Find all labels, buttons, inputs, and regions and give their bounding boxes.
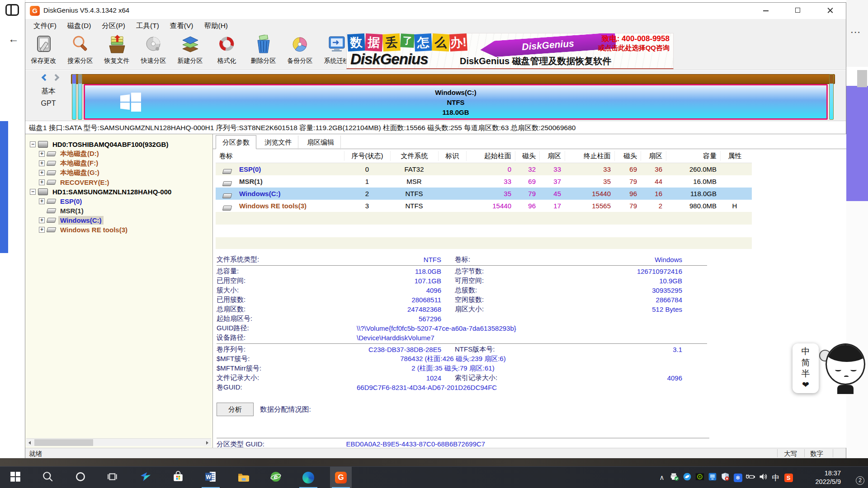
expander-plus-icon[interactable]: + xyxy=(39,217,45,223)
menu-item[interactable]: 帮助(H) xyxy=(198,19,233,32)
task-view-button[interactable] xyxy=(102,467,124,488)
expander-plus-icon[interactable]: + xyxy=(39,170,45,176)
recovery-partition-bar[interactable] xyxy=(829,74,834,120)
expander-plus-icon[interactable]: + xyxy=(39,151,45,157)
column-header[interactable]: 卷标 xyxy=(216,152,344,160)
ime-panel-item[interactable]: 中 xyxy=(802,347,810,357)
ime-panel-item[interactable]: 半 xyxy=(802,369,810,379)
expander-plus-icon[interactable]: + xyxy=(39,198,45,204)
column-header[interactable]: 起始柱面 xyxy=(466,151,515,161)
tray-printer-button[interactable] xyxy=(668,467,681,488)
msr-partition-bar[interactable] xyxy=(78,74,82,120)
tree-item[interactable]: +Windows(C:) xyxy=(25,216,212,225)
file-explorer-button[interactable] xyxy=(232,467,254,488)
column-header[interactable]: 扇区 xyxy=(641,151,666,161)
expander-minus-icon[interactable]: − xyxy=(30,189,36,195)
quick-partition-button[interactable]: 快速分区 xyxy=(135,33,172,69)
delete-partition-button[interactable]: 删除分区 xyxy=(245,33,282,69)
column-header[interactable]: 文件系统 xyxy=(390,151,438,161)
banner-qq-link[interactable]: 或点击此处选择QQ咨询 xyxy=(598,44,670,52)
table-row[interactable]: Windows RE tools(3)3NTFS1544096171556579… xyxy=(216,200,752,212)
tree-item[interactable]: −HD0:TOSHIBAMQ04ABF100(932GB) xyxy=(25,140,212,149)
ime-panel-item[interactable]: 简 xyxy=(802,358,810,368)
menu-item[interactable]: 文件(F) xyxy=(28,19,62,32)
windows-c-partition-bar[interactable]: Windows(C:) NTFS 118.0GB xyxy=(84,84,828,120)
feishu-app-button[interactable] xyxy=(135,467,156,488)
column-header[interactable]: 属性 xyxy=(720,151,749,161)
column-header[interactable]: 序号(状态) xyxy=(344,151,390,161)
tray-bird-app-button[interactable] xyxy=(681,467,693,488)
expander-plus-icon[interactable]: + xyxy=(39,227,45,233)
column-header[interactable]: 扇区 xyxy=(539,151,565,161)
ime-panel[interactable]: 中简半❤ xyxy=(793,343,819,393)
menu-item[interactable]: 查看(V) xyxy=(165,19,199,32)
word-app-button[interactable]: W xyxy=(200,467,222,488)
browser-360-button[interactable]: e xyxy=(265,467,287,488)
tray-sogou-button[interactable]: S xyxy=(782,467,795,488)
search-partition-button[interactable]: 搜索分区 xyxy=(62,33,99,69)
column-header[interactable]: 终止柱面 xyxy=(565,151,614,161)
tab-browse-files[interactable]: 浏览文件 xyxy=(258,136,298,150)
next-disk-icon[interactable] xyxy=(52,74,60,81)
menu-item[interactable]: 工具(T) xyxy=(131,19,165,32)
expander-plus-icon[interactable]: + xyxy=(39,160,45,166)
tree-item[interactable]: MSR(1) xyxy=(25,206,212,216)
tab-partition-params[interactable]: 分区参数 xyxy=(216,135,256,149)
menu-item[interactable]: 磁盘(D) xyxy=(62,19,97,32)
edge-browser-button[interactable] xyxy=(297,467,319,488)
tree-item[interactable]: +Windows RE tools(3) xyxy=(25,225,212,235)
taskbar-search-button[interactable] xyxy=(37,467,59,488)
microsoft-store-button[interactable] xyxy=(167,467,189,488)
tray-nvidia-button[interactable] xyxy=(693,467,706,488)
taskbar-clock[interactable]: 18:37 2022/5/9 xyxy=(799,469,841,486)
minimize-button[interactable] xyxy=(755,3,776,18)
ime-mascot[interactable] xyxy=(819,342,868,394)
column-header[interactable]: 容量 xyxy=(666,151,720,161)
notification-center-button[interactable]: 2 xyxy=(845,467,865,488)
scrollbar-thumb[interactable] xyxy=(34,439,93,446)
ime-panel-item[interactable]: ❤ xyxy=(802,380,809,390)
save-changes-button[interactable]: 保存更改 xyxy=(25,33,62,69)
tree-item[interactable]: +本地磁盘(D:) xyxy=(25,149,212,159)
column-header[interactable]: 标识 xyxy=(438,151,466,161)
ad-banner[interactable]: 数据丢了怎么办! DiskGenius 致电: 400-008-9958 或点击… xyxy=(346,33,674,69)
tray-intel-graphics-button[interactable] xyxy=(706,467,719,488)
scroll-right-icon[interactable] xyxy=(203,439,211,446)
backup-partition-button[interactable]: 备份分区 xyxy=(282,33,318,69)
tab-sector-edit[interactable]: 扇区编辑 xyxy=(301,136,341,150)
analyze-button[interactable]: 分析 xyxy=(217,403,254,416)
table-row[interactable]: Windows(C:)2NTFS357945154409616118.0GB xyxy=(216,188,752,200)
column-header[interactable]: 磁头 xyxy=(614,151,641,161)
tree-horizontal-scrollbar[interactable] xyxy=(26,438,211,446)
tray-expand-button[interactable]: ∧ xyxy=(656,467,668,488)
maximize-button[interactable] xyxy=(788,3,808,18)
tray-snowflake-button[interactable]: ❄ xyxy=(731,467,744,488)
column-header[interactable]: 磁头 xyxy=(515,151,539,161)
format-button[interactable]: 格式化 xyxy=(208,33,245,69)
expander-minus-icon[interactable]: − xyxy=(30,141,36,147)
prev-disk-icon[interactable] xyxy=(42,74,49,81)
esp-partition-bar[interactable] xyxy=(72,74,76,120)
tree-item[interactable]: +本地磁盘(G:) xyxy=(25,168,212,178)
tree-item[interactable]: +本地磁盘(F:) xyxy=(25,159,212,168)
table-row[interactable]: ESP(0)0FAT3203233336936260.0MB xyxy=(216,163,752,175)
tree-item[interactable]: −HD1:SAMSUNGMZNLN128HAHQ-000 xyxy=(25,187,212,197)
close-button[interactable] xyxy=(820,3,840,18)
tree-item[interactable]: +RECOVERY(E:) xyxy=(25,178,212,187)
tree-item[interactable]: +ESP(0) xyxy=(25,197,212,206)
start-button[interactable] xyxy=(5,467,26,488)
expander-plus-icon[interactable]: + xyxy=(39,179,45,185)
tray-power-battery-button[interactable] xyxy=(744,467,757,488)
menu-item[interactable]: 分区(P) xyxy=(96,19,131,32)
cortana-button[interactable] xyxy=(70,467,91,488)
table-row[interactable]: MSR(1)1MSR33693735794416.0MB xyxy=(216,175,752,188)
more-options-icon[interactable]: ··· xyxy=(851,28,861,37)
tray-defender-button[interactable] xyxy=(719,467,731,488)
new-partition-button[interactable]: 新建分区 xyxy=(172,33,208,69)
scroll-left-icon[interactable] xyxy=(26,439,34,446)
ime-mode-indicator[interactable]: 中 xyxy=(769,467,782,488)
diskgenius-task-button[interactable]: G xyxy=(330,467,352,488)
back-arrow-icon[interactable]: ← xyxy=(8,33,19,45)
tray-volume-button[interactable] xyxy=(757,467,769,488)
recover-files-button[interactable]: 恢复文件 xyxy=(99,33,135,69)
